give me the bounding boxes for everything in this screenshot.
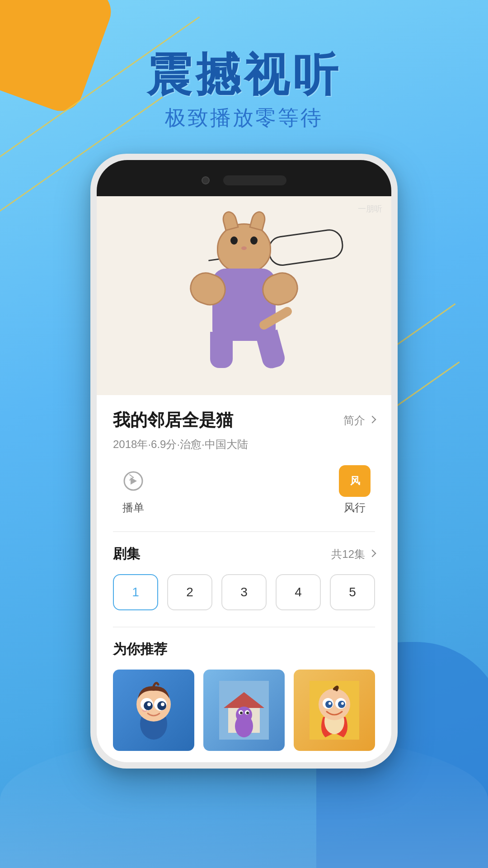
recommend-title: 为你推荐 bbox=[113, 640, 375, 659]
intro-chevron-icon bbox=[369, 415, 376, 423]
episode-btn-5[interactable]: 5 bbox=[330, 574, 375, 610]
episode-btn-1[interactable]: 1 bbox=[113, 574, 158, 610]
playlist-icon bbox=[121, 468, 146, 494]
phone-camera bbox=[202, 176, 210, 184]
card-character-3-svg bbox=[310, 681, 359, 740]
cat-face bbox=[226, 233, 262, 260]
main-title: 震撼视听 bbox=[0, 50, 488, 99]
playlist-icon-container bbox=[117, 465, 149, 497]
episodes-section-title: 剧集 bbox=[113, 545, 140, 563]
actions-row: 播单 风 风行 bbox=[113, 465, 375, 515]
recommend-card-1[interactable] bbox=[113, 670, 194, 751]
episodes-count: 共12集 bbox=[331, 547, 375, 561]
cartoon-character-area bbox=[154, 214, 334, 386]
recommend-row bbox=[113, 670, 375, 751]
card-figure-1 bbox=[113, 670, 194, 751]
episodes-list: 1 2 3 4 5 bbox=[113, 574, 375, 610]
cat-head bbox=[217, 223, 271, 273]
recommend-card-2[interactable] bbox=[203, 670, 285, 751]
divider-2 bbox=[113, 627, 375, 627]
video-watermark: 一朋听 bbox=[358, 203, 382, 214]
phone-mockup: 一朋听 bbox=[90, 154, 398, 769]
show-meta: 2018年·6.9分·治愈·中国大陆 bbox=[113, 437, 375, 452]
show-intro-link[interactable]: 简介 bbox=[343, 413, 375, 428]
svg-point-15 bbox=[240, 712, 243, 714]
card-figure-3 bbox=[294, 670, 375, 751]
phone-status-bar bbox=[97, 160, 391, 196]
header-section: 震撼视听 极致播放零等待 bbox=[0, 50, 488, 132]
svg-point-6 bbox=[147, 703, 151, 706]
cat-leg-right bbox=[255, 330, 286, 370]
sub-title: 极致播放零等待 bbox=[0, 104, 488, 132]
fengxing-logo-text: 风 bbox=[350, 474, 360, 488]
show-title-row: 我的邻居全是猫 简介 bbox=[113, 409, 375, 432]
svg-point-12 bbox=[236, 707, 252, 723]
svg-point-24 bbox=[328, 702, 331, 705]
episodes-chevron-icon bbox=[369, 549, 376, 557]
platform-action[interactable]: 风 风行 bbox=[339, 465, 371, 515]
show-title: 我的邻居全是猫 bbox=[113, 409, 233, 432]
card-character-1-svg bbox=[129, 681, 178, 740]
episode-btn-2[interactable]: 2 bbox=[167, 574, 212, 610]
fengxing-icon: 风 bbox=[339, 465, 371, 497]
video-player[interactable]: 一朋听 bbox=[97, 196, 391, 395]
phone-speaker bbox=[223, 175, 286, 185]
playlist-action[interactable]: 播单 bbox=[117, 465, 149, 515]
cat-figure bbox=[181, 223, 307, 377]
divider-1 bbox=[113, 531, 375, 532]
card-figure-2 bbox=[203, 670, 285, 751]
recommend-card-3[interactable] bbox=[294, 670, 375, 751]
playlist-label: 播单 bbox=[122, 500, 144, 515]
svg-point-25 bbox=[341, 702, 344, 705]
cat-leg-left bbox=[210, 332, 233, 368]
episode-btn-4[interactable]: 4 bbox=[276, 574, 321, 610]
episodes-header: 剧集 共12集 bbox=[113, 545, 375, 563]
card-character-2-svg bbox=[219, 681, 269, 740]
svg-point-16 bbox=[246, 712, 249, 714]
phone-screen: 一朋听 bbox=[97, 160, 391, 762]
phone-outer-frame: 一朋听 bbox=[90, 154, 398, 769]
cat-nose bbox=[241, 246, 247, 250]
episode-btn-3[interactable]: 3 bbox=[221, 574, 267, 610]
cat-eye-left bbox=[230, 236, 238, 245]
cat-eye-right bbox=[250, 236, 258, 245]
content-section: 我的邻居全是猫 简介 2018年·6.9分·治愈·中国大陆 bbox=[97, 395, 391, 760]
platform-label: 风行 bbox=[344, 500, 366, 515]
svg-point-7 bbox=[161, 703, 164, 706]
